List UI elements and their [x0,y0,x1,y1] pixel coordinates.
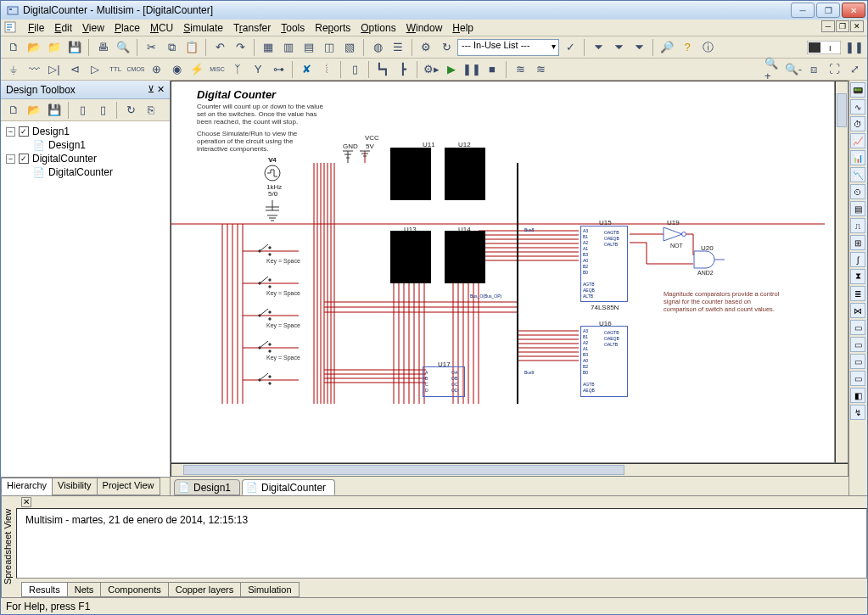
trace2-button[interactable]: ≋ [531,60,550,79]
toolbox-link-icon[interactable]: ⎘ [142,101,160,120]
tree-root-design1[interactable]: Design1 [32,126,70,137]
network-icon[interactable]: ⋈ [850,303,865,318]
menu-window[interactable]: Window [401,21,448,35]
about-button[interactable]: ⓘ [698,38,717,57]
function-gen-icon[interactable]: ∿ [850,99,865,115]
cmos-icon[interactable]: CMOS [126,60,145,79]
design-toolbox-close[interactable]: ⊻ ✕ [148,84,165,95]
save-button[interactable]: 💾 [65,38,84,57]
checkbox[interactable]: ✓ [19,126,29,137]
menu-mcu[interactable]: MCU [145,21,178,35]
horizontal-scrollbar[interactable] [171,463,848,477]
u17-component[interactable] [423,366,465,397]
t1-button[interactable]: ⏷ [589,38,608,57]
help-button[interactable]: ? [678,38,697,57]
in-use-list-combo[interactable]: --- In-Use List --- [457,39,559,56]
menu-place[interactable]: Place [109,21,145,35]
t3-button[interactable]: ⏷ [630,38,648,57]
agilent-mm-icon[interactable]: ▭ [850,337,865,352]
minimize-button[interactable]: ─ [791,3,815,18]
mdi-close[interactable]: ✕ [850,20,864,32]
antenna-icon[interactable]: Y [249,60,267,79]
grid4-button[interactable]: ◫ [320,38,339,57]
pause2-button[interactable]: ❚❚ [845,38,864,57]
probe-icon[interactable]: ✘ [297,60,316,79]
grid1-button[interactable]: ▦ [259,38,277,57]
u13-display[interactable] [390,231,431,283]
copy-button[interactable]: ⧉ [162,38,181,57]
cut-button[interactable]: ✂ [142,38,160,57]
agilent-scope-icon[interactable]: ▭ [850,354,865,369]
close-button[interactable]: ✕ [842,3,865,18]
toolbox-tab-visibility[interactable]: Visibility [52,478,98,495]
opamp-icon[interactable]: ▷ [86,60,104,79]
battery-icon[interactable]: ᛵ [317,60,336,79]
menu-view[interactable]: View [77,21,109,35]
toolbox-hier2-icon[interactable]: ▯ [93,101,112,120]
maximize-button[interactable]: ❐ [816,3,840,18]
power-icon[interactable]: ⚡ [188,60,206,79]
menu-edit[interactable]: Edit [49,21,77,35]
spreadsheet-tab-copper[interactable]: Copper layers [168,582,241,597]
schematic-canvas[interactable]: Digital Counter Counter will count up or… [171,81,835,463]
spreadsheet-tab-nets[interactable]: Nets [67,582,102,597]
oscilloscope-icon[interactable]: 📈 [850,133,865,148]
current-probe-icon[interactable]: ↯ [850,405,865,420]
multimeter-icon[interactable]: 📟 [850,82,865,98]
resistor-icon[interactable]: 〰 [25,60,43,79]
spreadsheet-view-tab[interactable]: Spreadsheet View [1,496,16,597]
bus-icon[interactable]: ┗┓ [373,60,392,79]
distortion-icon[interactable]: ⧗ [850,269,865,284]
electromech-icon[interactable]: ⊶ [269,60,288,79]
u12-display[interactable] [445,148,485,200]
pause-button[interactable]: ❚❚ [462,60,481,79]
print-button[interactable]: 🖶 [93,38,112,57]
hier-icon[interactable]: ▯ [345,60,364,79]
new-button[interactable]: 🗋 [4,38,23,57]
checkbox[interactable]: ✓ [19,154,29,164]
spreadsheet-tab-simulation[interactable]: Simulation [240,582,299,597]
zoom-area-button[interactable]: ⧈ [804,60,823,79]
toolbox-refresh-icon[interactable]: ↻ [121,101,140,120]
play-button[interactable]: ▶ [442,60,461,79]
toolbox-tab-projectview[interactable]: Project View [97,478,160,495]
mdi-restore[interactable]: ❐ [836,20,849,32]
mixer-icon[interactable]: ⊕ [147,60,165,79]
transistor-icon[interactable]: ⊲ [65,60,84,79]
tek-scope-icon[interactable]: ▭ [850,371,865,386]
toolbox-open-icon[interactable]: 📂 [25,101,43,120]
bode-plotter-icon[interactable]: 📉 [850,167,865,182]
menu-help[interactable]: Help [447,21,479,35]
menu-tools[interactable]: Tools [276,21,310,35]
tree-item-design1[interactable]: Design1 [48,139,86,151]
four-ch-scope-icon[interactable]: 📊 [850,150,865,165]
mdi-minimize[interactable]: ─ [821,20,835,32]
u14-display[interactable] [445,231,485,283]
indicator-icon[interactable]: ◉ [167,60,186,79]
expander-icon[interactable]: − [6,127,15,137]
grid2-button[interactable]: ▥ [279,38,298,57]
diode-icon[interactable]: ▷| [45,60,64,79]
logic-analyzer-icon[interactable]: ⎍ [850,218,865,233]
vertical-scrollbar[interactable] [835,81,848,463]
db-button[interactable]: ◍ [368,38,387,57]
trace1-button[interactable]: ≋ [511,60,529,79]
open-button[interactable]: 📂 [25,38,43,57]
menu-options[interactable]: Options [356,21,400,35]
run-switch-button[interactable]: I [804,38,843,57]
iv-analyzer-icon[interactable]: ∫ [850,252,865,267]
zoom-in-button[interactable]: 🔍+ [764,60,782,79]
menu-file[interactable]: File [23,21,49,35]
connector-icon[interactable]: ┣ [394,60,412,79]
menu-simulate[interactable]: Simulate [178,21,228,35]
wattmeter-icon[interactable]: ⏱ [850,116,865,131]
zoom-out-button[interactable]: 🔍- [784,60,803,79]
sim-settings-button[interactable]: ⚙▸ [422,60,440,79]
redo-button[interactable]: ↷ [231,38,249,57]
word-gen-icon[interactable]: ▤ [850,201,865,216]
spreadsheet-close-icon[interactable]: ✕ [21,497,31,507]
tree-item-digitalcounter[interactable]: DigitalCounter [48,166,113,178]
ground-icon[interactable]: ⏚ [4,60,23,79]
canvas-tab-design1[interactable]: 📄Design1 [174,479,240,495]
find-button[interactable]: 🔎 [658,38,676,57]
